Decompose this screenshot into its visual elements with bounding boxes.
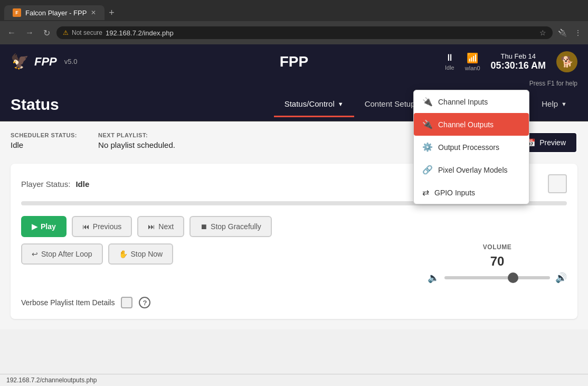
more-button[interactable]: ⋮ xyxy=(572,26,584,39)
verbose-help-icon[interactable]: ? xyxy=(139,297,150,308)
volume-mute-icon[interactable]: 🔈 xyxy=(428,272,439,284)
stop-after-loop-label: Stop After Loop xyxy=(41,250,92,258)
volume-value: 70 xyxy=(490,254,505,269)
tab-close-btn[interactable]: ✕ xyxy=(91,9,96,16)
status-url: 192.168.7.2/channeloutputs.php xyxy=(6,376,97,384)
logo-version: v5.0 xyxy=(64,58,78,65)
browser-tab[interactable]: F Falcon Player - FPP ✕ xyxy=(4,5,105,20)
pixel-overlay-label: Pixel Overlay Models xyxy=(438,166,508,174)
back-button[interactable]: ← xyxy=(4,26,19,40)
dropdown-channel-outputs[interactable]: 🔌 Channel Outputs xyxy=(414,113,529,136)
gpio-inputs-icon: ⇄ xyxy=(422,187,429,197)
pixel-overlay-icon: 🔗 xyxy=(422,165,433,175)
nav-label-content: Content Setup xyxy=(365,99,415,108)
dropdown-channel-inputs[interactable]: 🔌 Channel Inputs xyxy=(414,90,529,113)
forward-button[interactable]: → xyxy=(22,26,37,40)
header-clock: 05:30:16 AM xyxy=(491,60,546,71)
browser-chrome: F Falcon Player - FPP ✕ + ← → ↻ ⚠ Not se… xyxy=(0,0,588,44)
player-status-label: Player Status: xyxy=(21,180,70,189)
wlan-label: wlan0 xyxy=(465,65,480,71)
volume-controls: 🔈 🔊 xyxy=(428,272,567,284)
volume-section: VOLUME 70 🔈 🔊 xyxy=(428,243,567,284)
nav-label-status: Status/Control xyxy=(284,99,335,108)
player-status-value: Idle xyxy=(75,180,89,189)
next-playlist-value: No playlist scheduled. xyxy=(98,140,175,149)
new-tab-button[interactable]: + xyxy=(105,5,119,21)
next-playlist-label: NEXT PLAYLIST: xyxy=(98,132,175,138)
refresh-button[interactable]: ↻ xyxy=(40,26,53,40)
stop-gracefully-button[interactable]: ⏹ Stop Gracefully xyxy=(189,216,272,237)
tab-favicon: F xyxy=(13,8,21,17)
app-center-title: FPP xyxy=(280,53,308,70)
volume-max-icon[interactable]: 🔊 xyxy=(555,272,567,284)
extensions-button[interactable]: 🔌 xyxy=(556,26,569,39)
browser-controls: ← → ↻ ⚠ Not secure 192.168.7.2/index.php… xyxy=(0,21,588,44)
dropdown-gpio-inputs[interactable]: ⇄ GPIO Inputs xyxy=(414,181,529,204)
stop-gracefully-label: Stop Gracefully xyxy=(211,222,261,231)
previous-button[interactable]: ⏮ Previous xyxy=(72,216,132,237)
logo-bird-icon: 🦅 xyxy=(11,53,29,70)
tab-bar: F Falcon Player - FPP ✕ + xyxy=(0,0,588,21)
play-icon: ▶ xyxy=(32,222,37,231)
logo-fpp-text: FPP xyxy=(34,55,57,69)
stop-now-icon: ✋ xyxy=(119,250,128,258)
controls-row-2: ↩ Stop After Loop ✋ Stop Now xyxy=(21,243,173,265)
next-button[interactable]: ⏭ Next xyxy=(137,216,184,237)
nav-item-status-control[interactable]: Status/Control ▼ xyxy=(274,92,354,117)
play-label: Play xyxy=(41,222,56,231)
avatar[interactable]: 🐕 xyxy=(556,51,577,72)
tab-title: Falcon Player - FPP xyxy=(25,9,87,17)
play-button[interactable]: ▶ Play xyxy=(21,216,67,237)
thumbnail-placeholder xyxy=(548,174,567,193)
next-label: Next xyxy=(158,222,174,231)
header-time: Thu Feb 14 05:30:16 AM xyxy=(491,52,546,71)
next-playlist-block: NEXT PLAYLIST: No playlist scheduled. xyxy=(98,132,175,149)
bookmark-icon[interactable]: ☆ xyxy=(539,29,546,37)
app-header-right: ⏸ Idle 📶 wlan0 Thu Feb 14 05:30:16 AM 🐕 xyxy=(445,51,577,72)
scheduler-status-label: SCHEDULER STATUS: xyxy=(11,132,77,138)
lock-icon: ⚠ xyxy=(63,29,69,36)
nav-item-help[interactable]: Help ▼ xyxy=(531,92,577,117)
page-title: Status xyxy=(11,88,59,121)
verbose-label: Verbose Playlist Item Details xyxy=(21,298,115,307)
dropdown-menu: 🔌 Channel Inputs 🔌 Channel Outputs ⚙️ Ou… xyxy=(413,90,529,204)
stop-after-loop-button[interactable]: ↩ Stop After Loop xyxy=(21,243,103,265)
verbose-row: Verbose Playlist Item Details ? xyxy=(21,297,567,308)
header-date: Thu Feb 14 xyxy=(501,52,536,60)
browser-actions: 🔌 ⋮ xyxy=(556,26,584,39)
stop-now-button[interactable]: ✋ Stop Now xyxy=(108,243,174,265)
wifi-icon: 📶 xyxy=(467,52,478,64)
idle-status: ⏸ Idle xyxy=(445,52,454,71)
dropdown-output-processors[interactable]: ⚙️ Output Processors xyxy=(414,136,529,158)
address-text[interactable]: 192.168.7.2/index.php xyxy=(106,29,536,37)
gpio-inputs-label: GPIO Inputs xyxy=(434,189,475,197)
pause-icon: ⏸ xyxy=(445,52,454,63)
scheduler-status-block: SCHEDULER STATUS: Idle xyxy=(11,132,77,149)
address-bar[interactable]: ⚠ Not secure 192.168.7.2/index.php ☆ xyxy=(56,26,553,39)
output-processors-label: Output Processors xyxy=(438,143,499,152)
previous-label: Previous xyxy=(93,222,121,231)
dropdown-pixel-overlay[interactable]: 🔗 Pixel Overlay Models xyxy=(414,158,529,181)
stop-gracefully-icon: ⏹ xyxy=(200,222,207,231)
volume-slider[interactable] xyxy=(444,276,550,279)
app-header: 🦅 FPP v5.0 FPP ⏸ Idle 📶 wlan0 Thu Feb 14… xyxy=(0,44,588,79)
not-secure-label: Not secure xyxy=(72,29,102,36)
status-bar: 192.168.7.2/channeloutputs.php xyxy=(0,374,588,386)
app-logo: 🦅 FPP v5.0 xyxy=(11,53,77,70)
next-icon: ⏭ xyxy=(148,222,155,231)
nav-arrow-status: ▼ xyxy=(338,101,344,107)
preview-btn-label: Preview xyxy=(539,138,566,147)
channel-inputs-label: Channel Inputs xyxy=(438,98,488,106)
stop-now-label: Stop Now xyxy=(131,250,163,258)
scheduler-status-value: Idle xyxy=(11,140,77,149)
verbose-checkbox[interactable] xyxy=(121,297,132,308)
channel-outputs-label: Channel Outputs xyxy=(438,120,494,129)
nav-arrow-help: ▼ xyxy=(561,101,567,107)
help-hint: Press F1 for help xyxy=(0,79,588,88)
output-processors-icon: ⚙️ xyxy=(422,142,433,152)
volume-slider-thumb[interactable] xyxy=(508,272,518,283)
channel-outputs-icon: 🔌 xyxy=(422,119,433,129)
nav-label-help: Help xyxy=(542,99,558,108)
idle-label: Idle xyxy=(445,64,454,71)
channel-inputs-icon: 🔌 xyxy=(422,97,433,107)
